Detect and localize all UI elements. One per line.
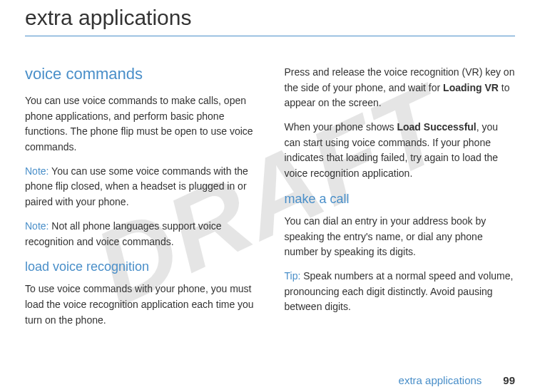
body-paragraph: Press and release the voice recognition …	[285, 65, 516, 111]
body-paragraph: You can dial an entry in your address bo…	[285, 214, 516, 260]
body-text: When your phone shows	[285, 121, 397, 133]
right-column: Press and release the voice recognition …	[285, 65, 516, 336]
body-paragraph: To use voice commands with your phone, y…	[25, 282, 256, 328]
tip-label: Tip:	[285, 270, 301, 282]
section-voice-commands: voice commands	[25, 65, 256, 83]
bold-text: Loading VR	[443, 82, 499, 93]
bold-text: Load Successful	[397, 121, 476, 133]
page-footer: extra applications 99	[399, 374, 515, 386]
note-text: Not all phone languages support voice re…	[25, 220, 222, 247]
note-label: Note:	[25, 165, 49, 177]
subsection-make-a-call: make a call	[285, 192, 516, 207]
body-paragraph: When your phone shows Load Successful, y…	[285, 120, 516, 182]
tip-paragraph: Tip: Speak numbers at a normal speed and…	[285, 269, 516, 315]
page-content: extra applications voice commands You ca…	[0, 0, 540, 336]
note-label: Note:	[25, 220, 49, 232]
footer-section-title: extra applications	[399, 374, 482, 386]
page-title: extra applications	[25, 0, 515, 36]
note-text: You can use some voice commands with the…	[25, 165, 248, 207]
page-number: 99	[503, 374, 515, 386]
body-paragraph: You can use voice commands to make calls…	[25, 93, 256, 155]
tip-text: Speak numbers at a normal speed and volu…	[285, 270, 514, 312]
subsection-load-voice-recognition: load voice recognition	[25, 259, 256, 274]
note-paragraph: Note: Not all phone languages support vo…	[25, 219, 256, 249]
note-paragraph: Note: You can use some voice commands wi…	[25, 164, 256, 210]
column-container: voice commands You can use voice command…	[25, 65, 515, 336]
left-column: voice commands You can use voice command…	[25, 65, 256, 336]
